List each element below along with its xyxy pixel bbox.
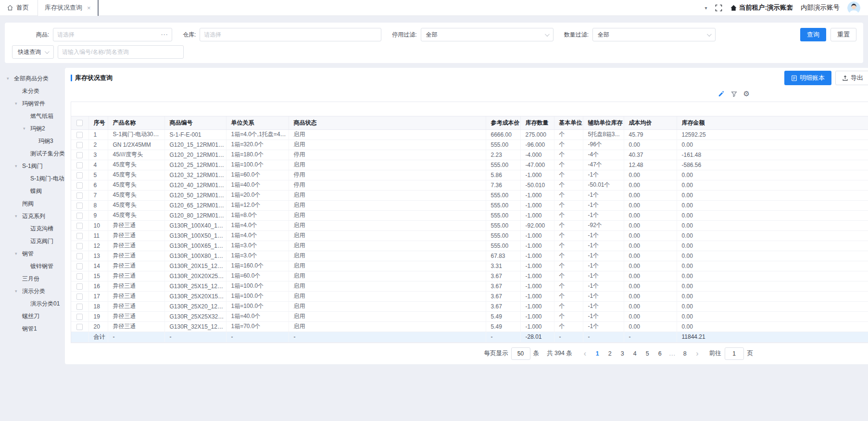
col-base-unit[interactable]: 基本单位 [554, 116, 583, 129]
user-avatar[interactable] [847, 1, 860, 14]
per-page-input[interactable] [511, 347, 530, 360]
row-checkbox[interactable] [71, 220, 88, 230]
product-picker-icon[interactable]: ··· [161, 31, 168, 38]
tree-item[interactable]: 测试子集分类 [0, 147, 65, 160]
pager-ellipsis[interactable]: ... [666, 347, 679, 360]
account-name[interactable]: 内部演示账号 [801, 3, 840, 12]
tree-item[interactable]: 迈克阀门 [0, 235, 65, 247]
goto-page-input[interactable] [725, 347, 744, 360]
tree-item[interactable]: ▾全部商品分类 [0, 72, 65, 85]
reset-button[interactable]: 重置 [830, 28, 856, 41]
quick-query-input[interactable] [58, 45, 184, 59]
row-checkbox[interactable] [71, 190, 88, 200]
cell: 4 [88, 160, 108, 170]
disabled-filter-select[interactable]: 全部 [421, 28, 554, 41]
table-row: 2GN 1/2X45MMG120_15_12RM01G041箱=320.0个启用… [71, 140, 868, 150]
export-button[interactable]: 导出 [835, 71, 868, 85]
cell: 异径三通 [108, 281, 164, 291]
edit-pencil-icon[interactable] [718, 90, 725, 97]
tree-item[interactable]: 迈克沟槽 [0, 222, 65, 235]
tree-item[interactable]: ▾演示分类 [0, 285, 65, 297]
qty-filter-select[interactable]: 全部 [592, 28, 716, 41]
col-ref-cost[interactable]: 参考成本价 [486, 116, 520, 129]
expand-arrow-icon[interactable]: ▾ [7, 76, 14, 81]
tree-item[interactable]: 三月份 [0, 272, 65, 285]
row-checkbox[interactable] [71, 180, 88, 190]
tree-item[interactable]: ▾迈克系列 [0, 210, 65, 222]
tree-item[interactable]: ▾玛钢管件 [0, 97, 65, 110]
warehouse-filter-input[interactable] [200, 28, 381, 41]
expand-arrow-icon[interactable]: ▾ [15, 101, 22, 106]
pager-page[interactable]: 4 [629, 347, 641, 360]
tree-item[interactable]: 闸阀 [0, 197, 65, 210]
expand-arrow-icon[interactable]: ▾ [15, 251, 22, 256]
row-checkbox[interactable] [71, 291, 88, 301]
tree-item[interactable]: 钢管1 [0, 322, 65, 335]
tree-item[interactable]: ▾玛钢2 [0, 122, 65, 135]
tab-inventory-status[interactable]: 库存状况查询 × [38, 0, 99, 16]
per-page-label: 每页显示 [484, 349, 508, 357]
ledger-button[interactable]: 明细账本 [784, 71, 831, 85]
pager-page[interactable]: 2 [604, 347, 616, 360]
col-product-name[interactable]: 产品名称 [108, 116, 164, 129]
pager-page[interactable]: 6 [654, 347, 666, 360]
product-filter-input[interactable] [53, 28, 172, 41]
expand-arrow-icon[interactable]: ▾ [15, 289, 22, 293]
tree-item[interactable]: 螺丝刀 [0, 310, 65, 322]
row-checkbox[interactable] [71, 200, 88, 210]
cell: 异径三通 [108, 321, 164, 332]
settings-gear-icon[interactable]: ⚙ [743, 90, 750, 98]
row-checkbox[interactable] [71, 129, 88, 140]
pager-page[interactable]: 8 [679, 347, 691, 360]
row-checkbox[interactable] [71, 321, 88, 332]
quick-query-dropdown[interactable]: 快速查询 [12, 45, 54, 59]
col-stock-qty[interactable]: 库存数量 [520, 116, 554, 129]
row-checkbox[interactable] [71, 210, 88, 220]
expand-arrow-icon[interactable]: ▾ [15, 164, 22, 168]
pager-page[interactable]: 5 [641, 347, 654, 360]
row-checkbox[interactable] [71, 251, 88, 261]
fullscreen-icon[interactable] [715, 4, 722, 12]
tenant-info[interactable]: 当前租户:演示账套 [730, 3, 793, 12]
row-checkbox[interactable] [71, 230, 88, 241]
tree-item[interactable]: ▾S-1阀门 [0, 160, 65, 172]
next-page-icon[interactable]: › [694, 349, 700, 358]
search-button[interactable]: 查询 [800, 28, 826, 41]
tab-close-icon[interactable]: × [87, 4, 91, 12]
tree-item[interactable]: 镀锌钢管 [0, 260, 65, 272]
col-unit-relation[interactable]: 单位关系 [226, 116, 289, 129]
collapse-caret-icon[interactable]: ▾ [704, 5, 707, 11]
row-checkbox[interactable] [71, 311, 88, 321]
home-nav[interactable]: 首页 [0, 3, 38, 12]
row-checkbox[interactable] [71, 140, 88, 150]
row-checkbox[interactable] [71, 271, 88, 281]
tree-item[interactable]: 玛钢3 [0, 135, 65, 147]
expand-arrow-icon[interactable]: ▾ [23, 126, 30, 131]
pager-page[interactable]: 3 [616, 347, 629, 360]
col-status[interactable]: 商品状态 [289, 116, 486, 129]
col-aux-unit-stock[interactable]: 辅助单位库存 [583, 116, 624, 129]
row-checkbox[interactable] [71, 281, 88, 291]
tree-item[interactable]: 未分类 [0, 85, 65, 97]
row-checkbox[interactable] [71, 301, 88, 311]
expand-arrow-icon[interactable]: ▾ [15, 214, 22, 218]
prev-page-icon[interactable]: ‹ [582, 349, 588, 358]
tree-item[interactable]: ▾钢管 [0, 247, 65, 260]
tree-item[interactable]: 演示分类01 [0, 297, 65, 310]
tree-item[interactable]: 燃气纸箱 [0, 110, 65, 122]
row-checkbox[interactable] [71, 160, 88, 170]
pager-page[interactable]: 1 [591, 347, 604, 360]
row-checkbox[interactable] [71, 150, 88, 160]
select-all-checkbox[interactable] [71, 116, 88, 129]
col-product-code[interactable]: 商品编号 [164, 116, 226, 129]
row-checkbox[interactable] [71, 261, 88, 271]
filter-funnel-icon[interactable] [731, 91, 737, 97]
tree-item[interactable]: S-1阀门-电动 [0, 172, 65, 185]
col-seq[interactable]: 序号 [88, 116, 108, 129]
tree-item[interactable]: 蝶阀 [0, 185, 65, 197]
col-stock-amount[interactable]: 库存金额 [677, 116, 868, 129]
cell: 1箱=100.0个 [226, 291, 289, 301]
row-checkbox[interactable] [71, 170, 88, 180]
row-checkbox[interactable] [71, 241, 88, 251]
col-avg-cost[interactable]: 成本均价 [624, 116, 677, 129]
